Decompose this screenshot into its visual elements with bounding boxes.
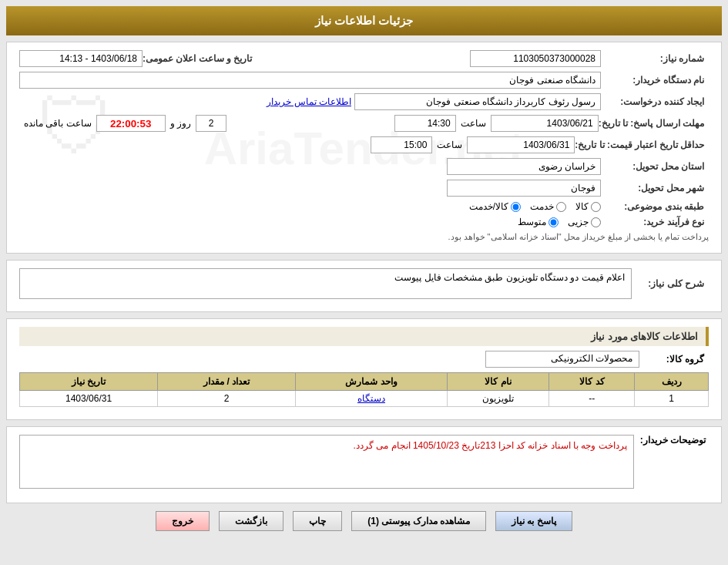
- row-need-number: شماره نیاز: تاریخ و ساعت اعلان عمومی:: [19, 50, 709, 67]
- notes-row: توضیحات خریدار: پرداخت وجه با اسناد خزان…: [19, 435, 709, 489]
- deadline-remaining-label: ساعت باقی مانده: [19, 118, 96, 129]
- row-purchase-note: پرداخت تمام یا بخشی از مبلغ خریداز محل "…: [19, 232, 709, 242]
- purchase-note: پرداخت تمام یا بخشی از مبلغ خریداز محل "…: [448, 232, 709, 242]
- group-value: محصولات الکترونیکی: [485, 351, 639, 368]
- cell-name: تلویزیون: [447, 391, 549, 407]
- col-date: تاریخ نیاز: [20, 373, 158, 391]
- main-form-card: 🛡 AriaTender.net شماره نیاز: تاریخ و ساع…: [6, 42, 722, 254]
- table-row: 1 -- تلویزیون دستگاه 2 1403/06/31: [20, 391, 709, 407]
- notes-box: پرداخت وجه با اسناد خزانه کد احزا 213تار…: [19, 435, 634, 489]
- cell-date: 1403/06/31: [20, 391, 158, 407]
- description-label: شرح کلی نیاز:: [632, 278, 709, 289]
- items-section-title: اطلاعات کالاهای مورد نیاز: [19, 327, 709, 346]
- exit-button[interactable]: خروج: [156, 511, 210, 531]
- view-docs-button[interactable]: مشاهده مدارک پیوستی (1): [351, 511, 486, 531]
- min-time-label: ساعت: [432, 140, 467, 150]
- cell-quantity: 2: [158, 391, 296, 407]
- deadline-time-input[interactable]: [394, 115, 456, 132]
- min-time-input[interactable]: [371, 136, 432, 153]
- need-number-label: شماره نیاز:: [601, 53, 709, 64]
- purchase-type-radio-group: جزیی متوسط: [518, 217, 601, 227]
- province-label: استان محل تحویل:: [601, 161, 709, 172]
- description-row: شرح کلی نیاز: اعلام قیمت دو دستگاه تلویز…: [19, 268, 709, 299]
- row-deadline: مهلت ارسال پاسخ: تا تاریخ: ساعت روز و سا…: [19, 115, 709, 132]
- announcer-date-label: تاریخ و ساعت اعلان عمومی:: [143, 53, 257, 64]
- col-row: ردیف: [635, 373, 709, 391]
- row-province: استان محل تحویل:: [19, 158, 709, 175]
- page-wrapper: جزئیات اطلاعات نیاز 🛡 AriaTender.net شما…: [0, 0, 728, 565]
- cell-code: --: [549, 391, 635, 407]
- announcer-date-input[interactable]: [19, 50, 143, 67]
- print-button[interactable]: چاپ: [293, 511, 342, 531]
- category-label: طبقه بندی موضوعی:: [601, 201, 709, 212]
- cell-unit[interactable]: دستگاه: [296, 391, 448, 407]
- category-radio-group: کالا خدمت کالا/خدمت: [469, 201, 601, 212]
- col-name: نام کالا: [447, 373, 549, 391]
- deadline-days-label: روز و: [166, 118, 196, 129]
- province-input[interactable]: [447, 158, 601, 175]
- category-option-khedmat[interactable]: خدمت: [530, 201, 566, 212]
- reply-button[interactable]: پاسخ به نیاز: [495, 511, 572, 531]
- row-creator: ایجاد کننده درخواست: اطلاعات تماس خریدار: [19, 93, 709, 110]
- back-button[interactable]: بازگشت: [219, 511, 283, 531]
- cell-row: 1: [635, 391, 709, 407]
- notes-text: پرداخت وجه با اسناد خزانه کد احزا 213تار…: [354, 440, 627, 451]
- creator-label: ایجاد کننده درخواست:: [601, 96, 709, 107]
- purchase-type-jozi[interactable]: جزیی: [568, 217, 601, 227]
- creator-input[interactable]: [354, 93, 601, 110]
- deadline-days-input[interactable]: [196, 115, 226, 132]
- col-quantity: تعداد / مقدار: [158, 373, 296, 391]
- group-label: گروه کالا:: [639, 354, 709, 365]
- row-city: شهر محل تحویل:: [19, 180, 709, 197]
- deadline-remaining-input[interactable]: [96, 115, 166, 132]
- category-option-kala-khedmat[interactable]: کالا/خدمت: [469, 201, 521, 212]
- purchase-type-motavaset[interactable]: متوسط: [518, 217, 559, 227]
- notes-section: توضیحات خریدار: پرداخت وجه با اسناد خزان…: [6, 426, 722, 503]
- deadline-time-label: ساعت: [456, 118, 491, 129]
- page-title: جزئیات اطلاعات نیاز: [315, 14, 413, 27]
- items-section: اطلاعات کالاهای مورد نیاز گروه کالا: محص…: [6, 318, 722, 420]
- row-category: طبقه بندی موضوعی: کالا خدمت کالا/خدمت: [19, 201, 709, 212]
- city-input[interactable]: [447, 180, 601, 197]
- category-option-kala[interactable]: کالا: [575, 201, 601, 212]
- buyer-name-input[interactable]: [19, 72, 601, 89]
- page-header: جزئیات اطلاعات نیاز: [6, 6, 722, 35]
- items-table: ردیف کد کالا نام کالا واحد شمارش تعداد /…: [19, 372, 709, 407]
- min-date-input[interactable]: [467, 136, 575, 153]
- contact-link[interactable]: اطلاعات تماس خریدار: [267, 96, 351, 107]
- button-bar: پاسخ به نیاز مشاهده مدارک پیوستی (1) چاپ…: [6, 511, 722, 531]
- col-unit: واحد شمارش: [296, 373, 448, 391]
- row-buyer-name: نام دستگاه خریدار:: [19, 72, 709, 89]
- group-row: گروه کالا: محصولات الکترونیکی: [19, 351, 709, 368]
- col-code: کد کالا: [549, 373, 635, 391]
- row-min-date: حداقل تاریخ اعتبار قیمت: تا تاریخ: ساعت: [19, 136, 709, 153]
- purchase-type-label: نوع فرآیند خرید:: [601, 217, 709, 227]
- row-purchase-type: نوع فرآیند خرید: جزیی متوسط: [19, 217, 709, 227]
- notes-label: توضیحات خریدار:: [640, 435, 709, 489]
- description-text: اعلام قیمت دو دستگاه تلویزیون طبق مشخصات…: [394, 272, 625, 283]
- table-header-row: ردیف کد کالا نام کالا واحد شمارش تعداد /…: [20, 373, 709, 391]
- need-number-input[interactable]: [470, 50, 601, 67]
- deadline-label: مهلت ارسال پاسخ: تا تاریخ:: [599, 118, 709, 129]
- description-box: اعلام قیمت دو دستگاه تلویزیون طبق مشخصات…: [19, 268, 632, 299]
- description-section: شرح کلی نیاز: اعلام قیمت دو دستگاه تلویز…: [6, 260, 722, 312]
- deadline-date-input[interactable]: [491, 115, 599, 132]
- buyer-name-label: نام دستگاه خریدار:: [601, 75, 709, 86]
- min-date-label: حداقل تاریخ اعتبار قیمت: تا تاریخ:: [575, 140, 709, 150]
- city-label: شهر محل تحویل:: [601, 183, 709, 193]
